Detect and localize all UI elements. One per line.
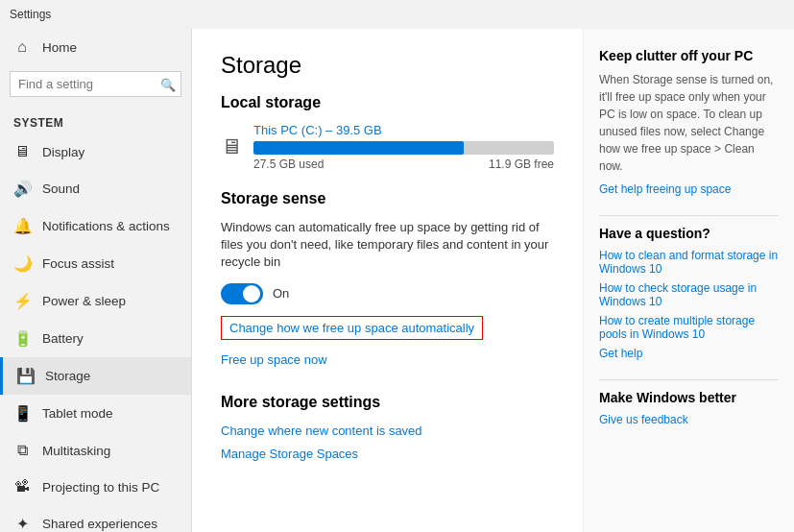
search-box: 🔍 xyxy=(10,71,181,97)
get-help-freeing-link[interactable]: Get help freeing up space xyxy=(599,182,779,196)
sound-icon: 🔊 xyxy=(13,180,31,198)
storage-sense-desc: Windows can automatically free up space … xyxy=(221,219,554,272)
keep-clutter-text: When Storage sense is turned on, it'll f… xyxy=(599,71,779,175)
question-link-1[interactable]: How to check storage usage in Windows 10 xyxy=(599,281,779,308)
toggle-knob xyxy=(243,285,260,302)
make-windows-better-section: Make Windows better Give us feedback xyxy=(599,390,779,426)
question-link-3[interactable]: Get help xyxy=(599,347,779,360)
sidebar-label-tablet: Tablet mode xyxy=(42,406,113,421)
more-storage-section: More storage settings Change where new c… xyxy=(221,394,554,469)
sidebar-item-notifications[interactable]: 🔔 Notifications & actions xyxy=(0,207,191,245)
keep-clutter-title: Keep clutter off your PC xyxy=(599,48,779,63)
sidebar-item-sound[interactable]: 🔊 Sound xyxy=(0,170,191,207)
have-question-section: Have a question? How to clean and format… xyxy=(599,226,779,360)
sidebar-item-projecting[interactable]: 📽 Projecting to this PC xyxy=(0,469,191,505)
used-label: 27.5 GB used xyxy=(253,157,324,171)
manage-spaces-link[interactable]: Manage Storage Spaces xyxy=(221,447,358,461)
right-panel: Keep clutter off your PC When Storage se… xyxy=(583,29,794,532)
sidebar-label-projecting: Projecting to this PC xyxy=(42,480,159,495)
local-storage-section: Local storage 🖥 This PC (C:) – 39.5 GB 2… xyxy=(221,94,554,171)
toggle-row: On xyxy=(221,283,554,304)
sidebar-item-focus[interactable]: 🌙 Focus assist xyxy=(0,245,191,282)
storage-icon: 💾 xyxy=(16,367,34,385)
change-content-link[interactable]: Change where new content is saved xyxy=(221,423,422,438)
drive-name: This PC (C:) – 39.5 GB xyxy=(253,123,554,137)
sidebar-label-storage: Storage xyxy=(45,369,90,383)
search-icon: 🔍 xyxy=(160,77,176,91)
sidebar-item-storage[interactable]: 💾 Storage xyxy=(0,357,191,395)
keep-clutter-section: Keep clutter off your PC When Storage se… xyxy=(599,48,779,196)
battery-icon: 🔋 xyxy=(13,329,31,348)
sidebar-item-shared[interactable]: ✦ Shared experiences xyxy=(0,505,191,532)
free-up-now-link[interactable]: Free up space now xyxy=(221,352,327,367)
question-link-0[interactable]: How to clean and format storage in Windo… xyxy=(599,249,779,276)
free-label: 11.9 GB free xyxy=(489,157,554,171)
divider-1 xyxy=(599,215,779,216)
storage-labels: 27.5 GB used 11.9 GB free xyxy=(253,157,554,171)
storage-sense-toggle[interactable] xyxy=(221,283,263,304)
sidebar-item-home[interactable]: ⌂ Home xyxy=(0,29,191,65)
sidebar-item-multitasking[interactable]: ⧉ Multitasking xyxy=(0,432,191,469)
sidebar-label-focus: Focus assist xyxy=(42,256,114,271)
title-bar: Settings xyxy=(0,0,794,29)
drive-icon: 🖥 xyxy=(221,134,242,159)
title-bar-label: Settings xyxy=(10,8,51,21)
give-feedback-link[interactable]: Give us feedback xyxy=(599,413,779,426)
storage-sense-title: Storage sense xyxy=(221,190,554,207)
notifications-icon: 🔔 xyxy=(13,217,31,235)
progress-bar-outer xyxy=(253,141,554,155)
shared-icon: ✦ xyxy=(13,515,31,532)
storage-sense-section: Storage sense Windows can automatically … xyxy=(221,190,554,375)
sidebar-item-power[interactable]: ⚡ Power & sleep xyxy=(0,282,191,320)
more-storage-title: More storage settings xyxy=(221,394,554,411)
make-windows-better-title: Make Windows better xyxy=(599,390,779,405)
sidebar-label-multitasking: Multitasking xyxy=(42,444,110,458)
search-input[interactable] xyxy=(10,71,181,97)
have-question-title: Have a question? xyxy=(599,226,779,241)
sidebar-label-power: Power & sleep xyxy=(42,294,126,308)
sidebar-item-battery[interactable]: 🔋 Battery xyxy=(0,320,191,357)
storage-bar-container: 🖥 This PC (C:) – 39.5 GB 27.5 GB used 11… xyxy=(221,123,554,171)
home-icon: ⌂ xyxy=(13,38,31,56)
tablet-icon: 📱 xyxy=(13,404,31,423)
divider-2 xyxy=(599,379,779,380)
focus-icon: 🌙 xyxy=(13,254,31,273)
sidebar-label-notifications: Notifications & actions xyxy=(42,219,170,233)
change-free-up-link[interactable]: Change how we free up space automaticall… xyxy=(221,316,483,340)
content-area: Storage Local storage 🖥 This PC (C:) – 3… xyxy=(192,29,583,532)
main-container: ⌂ Home 🔍 System 🖥 Display 🔊 Sound 🔔 Noti… xyxy=(0,29,794,532)
sidebar-label-shared: Shared experiences xyxy=(42,517,157,531)
progress-bar-inner xyxy=(253,141,464,155)
sidebar-label-home: Home xyxy=(42,40,77,55)
sidebar-item-display[interactable]: 🖥 Display xyxy=(0,133,191,170)
sidebar-label-display: Display xyxy=(42,145,84,159)
storage-info: This PC (C:) – 39.5 GB 27.5 GB used 11.9… xyxy=(253,123,554,171)
sidebar-item-tablet[interactable]: 📱 Tablet mode xyxy=(0,395,191,432)
sidebar-label-sound: Sound xyxy=(42,181,80,196)
power-icon: ⚡ xyxy=(13,292,31,310)
projecting-icon: 📽 xyxy=(13,478,31,496)
multitasking-icon: ⧉ xyxy=(13,442,31,459)
system-section-label: System xyxy=(0,107,191,133)
page-title: Storage xyxy=(221,52,554,79)
toggle-label: On xyxy=(273,286,289,301)
question-link-2[interactable]: How to create multiple storage pools in … xyxy=(599,314,779,341)
sidebar-label-battery: Battery xyxy=(42,331,84,346)
local-storage-title: Local storage xyxy=(221,94,554,111)
display-icon: 🖥 xyxy=(13,143,31,160)
sidebar: ⌂ Home 🔍 System 🖥 Display 🔊 Sound 🔔 Noti… xyxy=(0,29,192,532)
